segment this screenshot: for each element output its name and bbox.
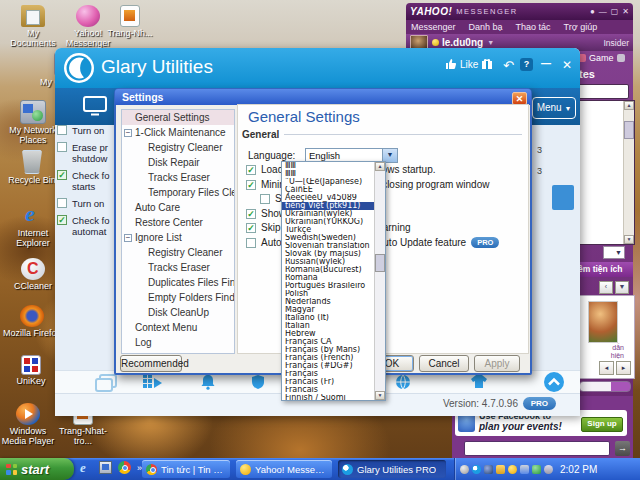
language-option[interactable]: ⅢⅢ	[282, 170, 376, 178]
dropdown-scrollbar[interactable]: ▲ ▼	[374, 162, 385, 400]
settings-tree-item[interactable]: Empty Folders Finder	[122, 290, 234, 305]
scroll-up-icon[interactable]: ▲	[624, 101, 634, 110]
checkbox[interactable]	[57, 125, 67, 135]
checkbox[interactable]	[246, 238, 256, 248]
checkbox[interactable]	[246, 223, 256, 233]
glary-tray-icon[interactable]	[472, 465, 481, 474]
language-option[interactable]: Slovak (by majsus)	[282, 250, 376, 258]
language-option[interactable]: Italian	[282, 322, 376, 330]
signup-button[interactable]: Sign up	[581, 417, 623, 432]
checkbox[interactable]	[246, 209, 256, 219]
checkbox[interactable]	[57, 198, 67, 208]
scroll-down-icon[interactable]: ▼	[624, 235, 634, 244]
language-option[interactable]: Ukrainian(YURKOG)	[282, 218, 376, 226]
language-option[interactable]: Finnish / Suomi	[282, 394, 376, 401]
desktop-icon[interactable]: Windows Media Player	[0, 403, 56, 446]
show-desktop-icon[interactable]	[99, 461, 112, 474]
recommended-button[interactable]: Recommended	[120, 355, 182, 372]
internet-explorer-icon[interactable]: e	[80, 461, 93, 474]
glary-titlebar[interactable]: Glary Utilities Like ↶ ? — ✕	[55, 48, 580, 88]
apply-button[interactable]: Apply	[474, 355, 520, 372]
scroll-down-icon[interactable]: ▼	[375, 391, 385, 400]
language-option[interactable]: Swedish(Sweden)	[282, 234, 376, 242]
settings-tree-item[interactable]: Temporary Files Cleaner	[122, 185, 234, 200]
language-option[interactable]: Slovenian translation	[282, 242, 376, 250]
like-button[interactable]: Like	[445, 58, 478, 70]
language-option[interactable]: Français (by Mans)	[282, 346, 376, 354]
folder-tray-icon[interactable]	[496, 465, 505, 474]
language-option[interactable]: ÇáíñÉÊ	[282, 186, 376, 194]
layers-icon[interactable]	[95, 374, 117, 392]
language-option[interactable]: Polish	[282, 290, 376, 298]
glary-option-row[interactable]: Check foautomat	[57, 215, 114, 237]
settings-tree-item[interactable]: Auto Care	[122, 200, 234, 215]
glary-option-row[interactable]: Erase prshutdow	[57, 142, 114, 164]
settings-tree-item[interactable]: Context Menu	[122, 320, 234, 335]
yahoo-menu-item[interactable]: Trợ giúp	[564, 22, 598, 32]
settings-tree-item[interactable]: − Ignore List	[122, 230, 234, 245]
yahoo-maximize-icon[interactable]: ▢	[611, 7, 619, 16]
chevron-down-icon[interactable]: ▼	[615, 281, 629, 294]
language-option[interactable]: Türkçe	[282, 226, 376, 234]
display-tray-icon[interactable]	[520, 465, 529, 474]
checkbox[interactable]	[246, 165, 256, 175]
modules-grid-icon[interactable]	[143, 374, 163, 390]
yahoo-minimize-icon[interactable]: —	[599, 7, 607, 16]
yahoo-dropdown-button[interactable]: ▼	[603, 246, 625, 259]
cancel-button[interactable]: Cancel	[419, 355, 469, 372]
security-shield-icon[interactable]	[532, 465, 541, 474]
checkbox[interactable]	[57, 170, 67, 180]
checkbox[interactable]	[260, 194, 270, 204]
checkbox[interactable]	[57, 142, 67, 152]
yahoo-contact-search-input[interactable]	[577, 84, 629, 99]
language-option[interactable]: Francais	[282, 386, 376, 394]
taskbar-button[interactable]: Glary Utilities PRO	[338, 460, 446, 478]
checkbox[interactable]	[57, 215, 67, 225]
settings-tree-item[interactable]: Registry Cleaner	[122, 245, 234, 260]
language-option[interactable]: Hebrew	[282, 330, 376, 338]
yahoo-close-icon[interactable]: ✕	[622, 7, 629, 16]
language-option[interactable]: Français	[282, 370, 376, 378]
settings-tree-item[interactable]: Registry Cleaner	[122, 140, 234, 155]
checkbox[interactable]	[246, 180, 256, 190]
globe-icon[interactable]	[395, 374, 411, 390]
desktop-icon[interactable]: Trang-Nh...	[106, 5, 154, 38]
language-option[interactable]: Russian(wylek)	[282, 258, 376, 266]
language-option[interactable]: Français (#DG#)	[282, 362, 376, 370]
scrollbar-thumb[interactable]	[624, 121, 634, 139]
settings-tree-item[interactable]: Duplicates Files Finder	[122, 275, 234, 290]
language-option[interactable]: Français CA	[282, 338, 376, 346]
settings-tree-item[interactable]: General Settings	[122, 110, 234, 125]
yahoo-username[interactable]: le.du0ng	[442, 37, 483, 48]
language-option[interactable]: Nederlands	[282, 298, 376, 306]
tree-expander-icon[interactable]: −	[124, 234, 132, 242]
undo-icon[interactable]: ↶	[503, 58, 514, 73]
pager-next-icon[interactable]: ▸	[616, 361, 631, 375]
app-tray-icon[interactable]	[484, 465, 493, 474]
pager-prev-icon[interactable]: ◂	[599, 361, 614, 375]
language-option[interactable]: Português Brasileiro	[282, 282, 376, 290]
shirt-icon[interactable]	[470, 374, 488, 388]
settings-tree-item[interactable]: Restore Center	[122, 215, 234, 230]
language-option[interactable]: ˜U—[Œê(Japanese)	[282, 178, 376, 186]
gift-icon[interactable]	[481, 58, 493, 70]
language-option[interactable]: Francais (Fr)	[282, 378, 376, 386]
settings-titlebar[interactable]: Settings	[115, 89, 531, 105]
yahoo-addons-bar[interactable]: thêm tiện ích	[577, 262, 633, 277]
language-option[interactable]: ÅëeçíééÛ_v45089	[282, 194, 376, 202]
help-button[interactable]: ?	[520, 58, 533, 71]
menu-button[interactable]: Menu ▼	[532, 97, 576, 119]
search-go-button[interactable]: →	[615, 441, 630, 456]
chevron-down-icon[interactable]: ▼	[487, 39, 494, 46]
scroll-up-icon[interactable]: ▲	[375, 162, 385, 171]
settings-tree-item[interactable]: − 1-Click Maintenance	[122, 125, 234, 140]
content-scrollbar-thumb[interactable]	[552, 185, 574, 210]
language-option[interactable]: Ukrainian(wylek)	[282, 210, 376, 218]
updates-tray-icon[interactable]	[544, 465, 553, 474]
yahoo-insider-link[interactable]: Insider	[603, 38, 629, 48]
desktop-icon[interactable]: Recycle Bin	[6, 150, 58, 185]
close-button[interactable]: ✕	[562, 58, 572, 72]
web-search-input[interactable]	[464, 441, 610, 456]
language-option[interactable]: Romana	[282, 274, 376, 282]
language-option[interactable]: tiếng Việt (ptk911)	[282, 202, 376, 210]
